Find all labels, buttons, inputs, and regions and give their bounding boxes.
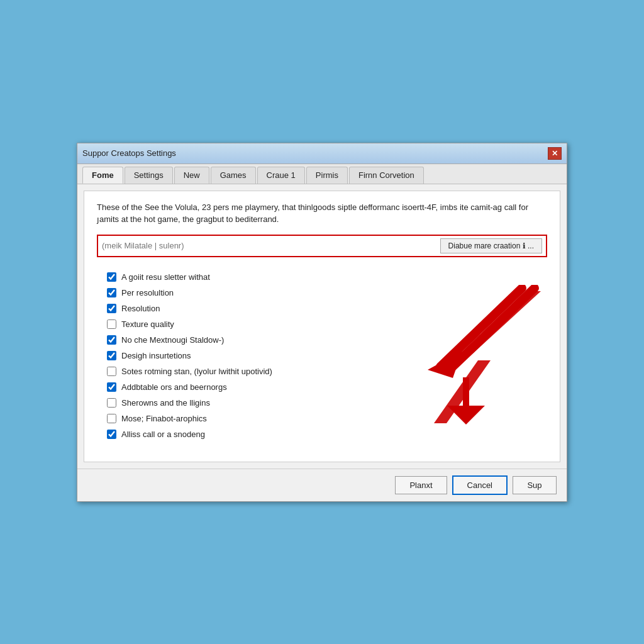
description-text: These of the See the Volula, 23 pers me … [97,201,547,226]
checkbox-8[interactable] [107,382,116,392]
list-item: Sherowns and the lligins [107,398,537,408]
list-item: Per resolultion [107,288,537,297]
tab-firnn[interactable]: Firnn Corvetion [349,167,424,184]
list-item: Mose; Finabot-arophics [107,414,537,423]
checkbox-3[interactable] [107,304,116,313]
checkbox-label-2: Per resolultion [121,288,174,297]
checkbox-9[interactable] [107,398,116,408]
checkbox-4[interactable] [107,319,116,329]
list-item: Addbtable ors and beernorgs [107,382,537,392]
settings-window: Suppor Creatops Settings ✕ Fome Settings… [77,143,567,502]
search-row: Diabue mare craation ℹ ... [97,235,547,257]
checkbox-11[interactable] [107,430,116,439]
tab-settings[interactable]: Settings [125,167,173,184]
tab-bar: Fome Settings New Games Craue 1 Pirmis F… [77,164,567,184]
list-item: Resolution [107,304,537,313]
window-title: Suppor Creatops Settings [82,148,176,158]
title-bar: Suppor Creatops Settings ✕ [77,143,567,164]
planxt-button[interactable]: Planxt [395,476,447,494]
checkbox-label-6: Desigh insurtetions [121,351,191,360]
close-button[interactable]: ✕ [548,147,562,160]
checkbox-label-10: Mose; Finabot-arophics [121,414,207,423]
checkbox-1[interactable] [107,272,116,282]
sup-button[interactable]: Sup [513,476,557,494]
list-item: Desigh insurtetions [107,351,537,360]
checkbox-label-3: Resolution [121,304,160,313]
tab-games[interactable]: Games [211,167,256,184]
checkbox-7[interactable] [107,367,116,376]
checkbox-label-8: Addbtable ors and beernorgs [121,382,227,392]
checkbox-label-1: A goiit resu sletter withat [121,272,210,282]
list-item: Alliss call or a snodeng [107,430,537,439]
list-item: Texture quality [107,319,537,329]
checkbox-label-7: Sotes rotming stan, (lyolur lwithit upot… [121,367,272,376]
footer: Planxt Cancel Sup [77,469,567,501]
list-item: Sotes rotming stan, (lyolur lwithit upot… [107,367,537,376]
tab-new[interactable]: New [174,167,209,184]
checkbox-5[interactable] [107,335,116,345]
cancel-button[interactable]: Cancel [452,475,508,495]
checkbox-list: A goiit resu sletter withat Per resolult… [97,266,547,452]
checkbox-label-5: No che Mextnougi Staldow-) [121,335,224,345]
checkbox-label-11: Alliss call or a snodeng [121,430,205,439]
checkbox-6[interactable] [107,351,116,360]
window-inner: These of the See the Volula, 23 pers me … [77,191,567,462]
checkbox-10[interactable] [107,414,116,423]
tab-pirmis[interactable]: Pirmis [306,167,348,184]
checkbox-2[interactable] [107,288,116,297]
checkbox-label-4: Texture quality [121,319,174,329]
list-item: No che Mextnougi Staldow-) [107,335,537,345]
diabue-button[interactable]: Diabue mare craation ℹ ... [440,238,542,253]
main-content: These of the See the Volula, 23 pers me … [84,191,560,462]
tab-fome[interactable]: Fome [82,167,123,184]
checkbox-label-9: Sherowns and the lligins [121,398,210,408]
search-input[interactable] [102,241,435,250]
list-item: A goiit resu sletter withat [107,272,537,282]
tab-craue1[interactable]: Craue 1 [257,167,305,184]
